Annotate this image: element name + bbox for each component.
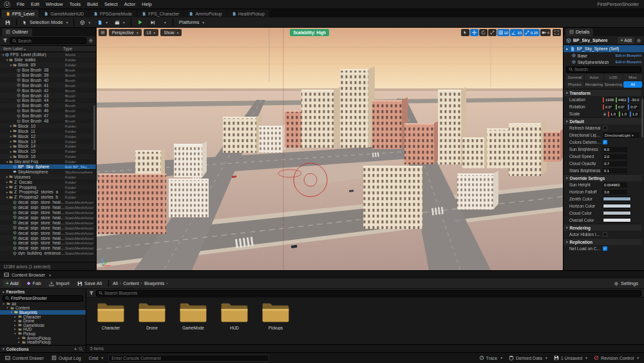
fab-button[interactable]: Fab bbox=[24, 279, 44, 288]
outliner-row-decal-sign-store-health-8[interactable]: decal_sign_store_health_8StaticMeshActor bbox=[0, 235, 96, 240]
details-filter-streaming[interactable]: Streaming bbox=[604, 81, 623, 88]
folder-character[interactable]: Character bbox=[93, 301, 129, 341]
outliner-row-decal-sign-store-health-4[interactable]: decal_sign_store_health_4StaticMeshActor bbox=[0, 215, 96, 221]
rotation-snap-toggle[interactable]: 10 bbox=[510, 29, 523, 36]
outliner-row-block-12[interactable]: ▸Block_12Folder bbox=[0, 133, 96, 139]
camera-mode-dropdown[interactable]: Perspective bbox=[109, 29, 142, 36]
component-row-skyspheremesh[interactable]: SkySphereMeshEdit in Blueprint bbox=[564, 59, 644, 65]
asset-tab-fpsgamemode[interactable]: FPSGameMode bbox=[89, 10, 137, 17]
content-drawer-button[interactable]: Content Drawer bbox=[3, 354, 46, 362]
modes-button[interactable] bbox=[77, 18, 93, 26]
tree-item-character[interactable]: ▸Character bbox=[0, 315, 86, 319]
outliner-row-decal-sign-store-health-1[interactable]: decal_sign_store_health_1StaticMeshActor bbox=[0, 200, 96, 205]
outliner-row-z-propping[interactable]: ▸Z_ProppingFolder bbox=[0, 184, 96, 190]
details-search-input[interactable] bbox=[574, 67, 639, 72]
section-header-transform[interactable]: ▾Transform bbox=[564, 89, 641, 96]
filter-funnel-icon[interactable] bbox=[3, 38, 8, 43]
section-header-rendering[interactable]: ▾Rendering bbox=[564, 224, 641, 231]
path-filter-input[interactable] bbox=[11, 296, 80, 300]
outliner-row-side-walks[interactable]: ▾Side_walksFolder bbox=[0, 57, 96, 63]
expand-arrow-icon[interactable]: ▸ bbox=[14, 315, 17, 319]
maximize-viewport-button[interactable] bbox=[553, 29, 561, 36]
console-input-box[interactable] bbox=[108, 355, 269, 362]
outliner-tab[interactable]: Outliner bbox=[2, 28, 32, 36]
outliner-settings-gear-icon[interactable] bbox=[88, 38, 93, 43]
number-field[interactable]: 6.0 bbox=[603, 147, 627, 152]
tree-item-healthpickup[interactable]: ▸HealthPickup bbox=[0, 340, 86, 344]
outliner-row-z-decals[interactable]: ▸Z_DecalsFolder bbox=[0, 179, 96, 184]
axis-field[interactable]: 1.0 bbox=[630, 112, 639, 117]
tree-item-all[interactable]: ▾All bbox=[0, 302, 86, 306]
asset-tab-fps-character[interactable]: FPS_Character bbox=[137, 10, 184, 17]
outliner-row-block-16[interactable]: ▸Block_16Folder bbox=[0, 154, 96, 159]
number-field[interactable]: 2.0 bbox=[603, 154, 627, 159]
import-button[interactable]: Import bbox=[46, 279, 72, 288]
add-component-button[interactable]: Add bbox=[618, 37, 634, 44]
section-header-override-settings[interactable]: ▾Override Settings bbox=[564, 174, 641, 181]
outliner-search-input[interactable] bbox=[18, 39, 84, 43]
details-filter-actor[interactable]: Actor bbox=[585, 74, 603, 81]
move-tool[interactable] bbox=[470, 29, 478, 36]
breadcrumb-all[interactable]: All bbox=[113, 281, 118, 286]
number-field[interactable]: 0.1 bbox=[603, 168, 627, 173]
outliner-row-decal-sign-store-health-5[interactable]: decal_sign_store_health_5StaticMeshActor bbox=[0, 220, 96, 225]
expand-arrow-icon[interactable]: ▾ bbox=[6, 306, 9, 309]
axis-field[interactable]: 0.0° bbox=[603, 104, 614, 110]
outliner-row-fps-level-editor[interactable]: ▾FPS_Level (Editor)World bbox=[0, 52, 96, 57]
expand-arrow-icon[interactable]: ▸ bbox=[14, 324, 17, 327]
folder-pickups[interactable]: Pickups bbox=[258, 301, 294, 341]
axis-field[interactable]: 0.0° bbox=[628, 104, 639, 110]
outliner-row-box-brush-40[interactable]: Box Brush_40Brush bbox=[0, 77, 96, 83]
folder-drone[interactable]: Drone bbox=[134, 301, 170, 341]
grid-snap-toggle[interactable]: 10 bbox=[497, 29, 510, 36]
cinematics-button[interactable] bbox=[112, 18, 128, 26]
favorites-section[interactable]: ▾Favorites bbox=[0, 289, 86, 295]
outliner-row-volumes[interactable]: ▸VolumesFolder bbox=[0, 174, 96, 179]
menu-window[interactable]: Window bbox=[43, 1, 66, 7]
viewport-3d-scene[interactable] bbox=[97, 28, 563, 270]
outliner-row-block-11[interactable]: ▸Block_11Folder bbox=[0, 128, 96, 133]
expand-arrow-icon[interactable]: ▸ bbox=[14, 319, 17, 322]
breadcrumb-content[interactable]: Content bbox=[123, 281, 139, 286]
platforms-dropdown[interactable]: Platforms bbox=[176, 18, 207, 26]
details-filter-misc[interactable]: Misc bbox=[623, 74, 642, 81]
menu-edit[interactable]: Edit bbox=[28, 1, 43, 7]
selection-mode-dropdown[interactable]: Selection Mode bbox=[20, 18, 70, 26]
menu-file[interactable]: File bbox=[14, 1, 28, 7]
blueprints-button[interactable] bbox=[95, 18, 110, 26]
cb-add-button[interactable]: Add bbox=[3, 280, 21, 287]
search-icon[interactable] bbox=[79, 347, 83, 351]
number-field[interactable]: 3.0 bbox=[603, 190, 627, 195]
select-tool[interactable] bbox=[461, 29, 469, 36]
checkbox[interactable] bbox=[603, 232, 607, 237]
component-row-base[interactable]: BaseEdit in Blueprint bbox=[564, 52, 644, 59]
outliner-row-decal-sign-store-health-9[interactable]: decal_sign_store_health_9StaticMeshActor bbox=[0, 240, 96, 246]
asset-searchbox[interactable] bbox=[96, 290, 641, 297]
save-all-button[interactable]: Save All bbox=[75, 279, 104, 288]
outliner-row-bp-sky-sphere[interactable]: BP_Sky_SphereEdit BP_Sky_Sphere bbox=[0, 164, 96, 170]
folder-gamemode[interactable]: GameMode bbox=[175, 301, 211, 341]
number-field[interactable]: 0.7 bbox=[603, 161, 627, 166]
outliner-row-box-brush-38[interactable]: Box Brush_38Brush bbox=[0, 68, 96, 73]
checkbox[interactable]: ✓ bbox=[603, 140, 607, 144]
details-filter-all[interactable]: All bbox=[623, 81, 642, 88]
unsaved-button[interactable]: 1 Unsaved bbox=[551, 354, 590, 362]
details-filter-physics[interactable]: Physics bbox=[565, 81, 584, 88]
outliner-scrollbar[interactable] bbox=[93, 105, 95, 150]
expand-arrow-icon[interactable]: ▾ bbox=[2, 302, 5, 306]
menu-actor[interactable]: Actor bbox=[121, 1, 139, 7]
lock-icon[interactable] bbox=[603, 112, 607, 116]
color-swatch[interactable] bbox=[603, 197, 631, 201]
outliner-row-box-brush-41[interactable]: Box Brush_41Brush bbox=[0, 83, 96, 88]
edit-blueprint-link[interactable]: Edit BP_Sky_Sphere bbox=[65, 164, 95, 169]
tree-item-blueprints[interactable]: ▾Blueprints bbox=[0, 310, 86, 315]
cb-settings-button[interactable]: Settings bbox=[611, 279, 641, 288]
details-filter-general[interactable]: General bbox=[565, 74, 584, 81]
outliner-row-box-brush-48[interactable]: Box Brush_48Brush bbox=[0, 119, 96, 124]
outliner-row-block-14[interactable]: ▸Block_14Folder bbox=[0, 144, 96, 149]
axis-field[interactable]: 1.0 bbox=[619, 112, 629, 117]
outliner-row-decal-sign-store-health-10[interactable]: decal_sign_store_health_10StaticMeshActo… bbox=[0, 246, 96, 251]
outliner-row-decal-sign-store-health-3[interactable]: decal_sign_store_health_3StaticMeshActor bbox=[0, 210, 96, 215]
play-button[interactable] bbox=[135, 18, 146, 26]
color-swatch[interactable] bbox=[603, 211, 631, 215]
